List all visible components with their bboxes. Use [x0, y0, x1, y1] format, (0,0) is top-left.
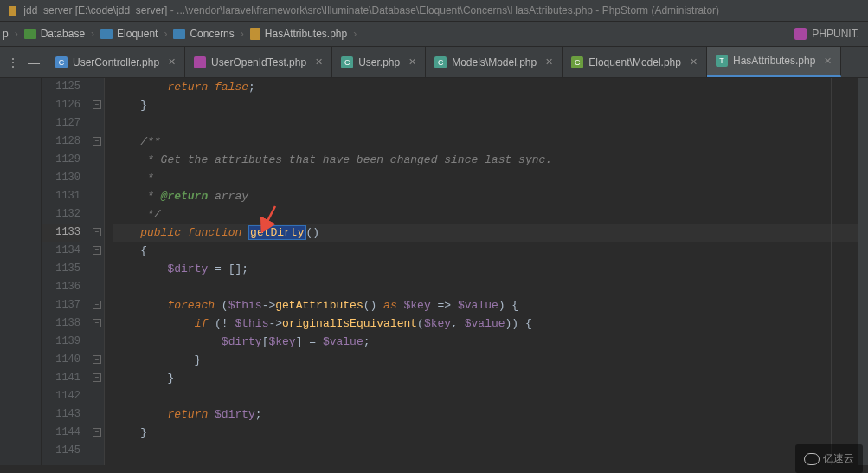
ide-name: - PhpStorm (Administrator): [595, 4, 719, 16]
php-class-icon: C: [55, 56, 68, 68]
php-class-icon: C: [571, 56, 583, 68]
scrollbar[interactable]: [858, 78, 868, 465]
php-test-icon: [194, 56, 206, 68]
line-gutter: 1125112611271128112911301131113211331134…: [42, 78, 91, 465]
folder-icon: [173, 29, 185, 39]
breadcrumb-item[interactable]: p: [0, 28, 11, 40]
fold-toggle-icon[interactable]: −: [93, 319, 101, 327]
chevron-right-icon: ›: [160, 28, 170, 40]
fold-toggle-icon[interactable]: −: [93, 373, 101, 382]
tab-usercontroller[interactable]: C UserController.php ✕: [47, 47, 185, 77]
code-line: $dirty = [];: [113, 260, 868, 278]
breadcrumb-bar: p › Database › Eloquent › Concerns › Has…: [0, 22, 868, 47]
code-line-current: public function getDirty(): [113, 224, 868, 242]
tab-hasattributes[interactable]: T HasAttributes.php ✕: [707, 47, 841, 77]
breadcrumb-item[interactable]: Concerns: [170, 28, 236, 40]
code-line: }: [113, 369, 868, 387]
phpunit-icon: [794, 28, 807, 40]
tab-useropenidtest[interactable]: UserOpenIdTest.php ✕: [185, 47, 332, 77]
fold-toggle-icon[interactable]: −: [93, 100, 101, 109]
left-gutter: [0, 78, 42, 465]
close-icon[interactable]: ✕: [408, 56, 416, 68]
breadcrumb-item[interactable]: Eloquent: [98, 28, 160, 40]
more-icon[interactable]: ⋮: [7, 55, 19, 69]
fold-toggle-icon[interactable]: −: [93, 355, 101, 364]
folder-icon: [100, 29, 113, 39]
code-line: [113, 442, 868, 460]
fold-toggle-icon[interactable]: −: [93, 137, 101, 146]
php-trait-icon: T: [716, 55, 728, 67]
code-line: return $dirty;: [113, 405, 868, 424]
method-selection: getDirty: [248, 225, 305, 240]
code-line: foreach ($this->getAttributes() as $key …: [113, 296, 868, 314]
fold-gutter: −−−−−−−−−: [91, 78, 105, 465]
tab-bar: ⋮ — C UserController.php ✕ UserOpenIdTes…: [0, 47, 868, 78]
code-line: $dirty[$key] = $value;: [113, 333, 868, 351]
code-line: }: [113, 424, 868, 442]
code-line: /**: [113, 133, 868, 151]
code-line: [113, 278, 868, 296]
breadcrumb-item[interactable]: HasAttributes.php: [248, 28, 350, 40]
code-line: *: [113, 169, 868, 187]
code-line: */: [113, 205, 868, 224]
editor: 1125112611271128112911301131113211331134…: [0, 78, 868, 465]
icon-placeholder: [9, 6, 16, 16]
code-line: }: [113, 96, 868, 114]
chevron-right-icon: ›: [350, 28, 360, 40]
right-margin: [831, 78, 832, 465]
tab-controls: ⋮ —: [0, 47, 47, 77]
code-line: return false;: [113, 78, 868, 96]
project-name: jdd_server [E:\code\jdd_server]: [23, 4, 167, 16]
fold-toggle-icon[interactable]: −: [93, 246, 101, 255]
fold-toggle-icon[interactable]: −: [93, 428, 101, 437]
php-class-icon: C: [341, 56, 353, 68]
fold-toggle-icon[interactable]: −: [93, 228, 101, 236]
code-line: * Get the attributes that have been chan…: [113, 151, 868, 169]
close-icon[interactable]: ✕: [690, 56, 698, 68]
code-line: [113, 114, 868, 133]
close-icon[interactable]: ✕: [168, 56, 176, 68]
tab-eloquent-model[interactable]: C Eloquent\Model.php ✕: [563, 47, 707, 77]
code-line: * @return array: [113, 187, 868, 205]
close-icon[interactable]: ✕: [545, 56, 553, 68]
php-class-icon: C: [434, 56, 447, 68]
code-line: if (! $this->originalIsEquivalent($key, …: [113, 314, 868, 333]
fold-toggle-icon[interactable]: −: [93, 301, 101, 309]
chevron-right-icon: ›: [237, 28, 248, 40]
watermark-icon: [804, 453, 820, 465]
chevron-right-icon: ›: [87, 28, 98, 40]
file-path: - ...\vendor\laravel\framework\src\Illum…: [170, 4, 593, 16]
code-area[interactable]: return false; } /** * Get the attributes…: [105, 78, 868, 465]
tab-user[interactable]: C User.php ✕: [332, 47, 426, 77]
collapse-icon[interactable]: —: [28, 55, 40, 69]
close-icon[interactable]: ✕: [315, 56, 323, 68]
code-line: {: [113, 242, 868, 260]
php-file-icon: [250, 28, 260, 40]
code-line: [113, 387, 868, 405]
phpunit-badge[interactable]: PHPUNIT.: [786, 22, 868, 46]
breadcrumb-item[interactable]: Database: [22, 28, 87, 40]
folder-icon: [24, 29, 36, 39]
tab-models-model[interactable]: C Models\Model.php ✕: [426, 47, 563, 77]
chevron-right-icon: ›: [11, 28, 22, 40]
title-bar: jdd_server [E:\code\jdd_server] - ...\ve…: [0, 0, 868, 22]
watermark: 亿速云: [795, 444, 863, 473]
code-line: }: [113, 351, 868, 369]
close-icon[interactable]: ✕: [824, 55, 832, 67]
